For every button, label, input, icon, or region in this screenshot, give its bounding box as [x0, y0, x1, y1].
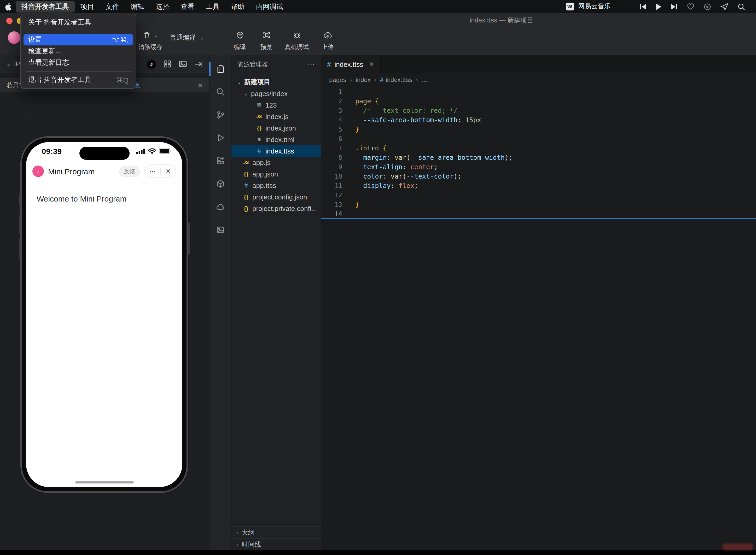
line-number[interactable]: 2 — [321, 97, 342, 106]
more-actions-icon[interactable]: ⋯ — [308, 60, 315, 68]
line-number[interactable]: 4 — [321, 115, 342, 125]
remote-debug-button[interactable]: 真机调试 — [278, 29, 315, 51]
menubar-item-工具[interactable]: 工具 — [200, 2, 225, 11]
app-menu-item[interactable]: 退出 抖音开发者工具⌘Q — [24, 74, 133, 86]
apple-menu-icon[interactable] — [0, 2, 16, 11]
explorer-item-123[interactable]: ≣123 — [232, 99, 321, 111]
code-line[interactable]: 11 display: flex; — [321, 181, 756, 190]
line-number[interactable]: 10 — [321, 172, 342, 181]
line-number[interactable]: 3 — [321, 106, 342, 115]
code-editor[interactable]: 12page {3 /* --text-color: red; */4 --sa… — [321, 87, 756, 219]
line-number[interactable]: 9 — [321, 162, 342, 172]
line-number[interactable]: 12 — [321, 190, 342, 200]
code-line[interactable]: 6 — [321, 134, 756, 143]
explorer-item-project.config.json[interactable]: {}project.config.json — [232, 191, 321, 203]
line-number[interactable]: 1 — [321, 87, 342, 97]
record-icon[interactable] — [699, 3, 716, 10]
breadcrumb-item[interactable]: pages — [329, 76, 346, 84]
search-icon[interactable] — [209, 80, 232, 103]
cloud-icon[interactable] — [209, 195, 232, 218]
explorer-header: 资源管理器 ⋯ — [232, 55, 321, 73]
upload-button[interactable]: 上传 — [315, 29, 341, 51]
app-menu-item[interactable]: 关于 抖音开发者工具 — [24, 17, 133, 28]
tab-index-ttss[interactable]: # index.ttss ✕ — [321, 55, 381, 73]
user-avatar[interactable] — [8, 31, 21, 44]
menubar-app-name[interactable]: 抖音开发者工具 — [16, 1, 75, 12]
code-line[interactable]: 2page { — [321, 97, 756, 106]
menubar-item-查看[interactable]: 查看 — [175, 2, 200, 11]
app-menu-item[interactable]: 检查更新... — [24, 45, 133, 57]
media-previous-icon[interactable] — [635, 3, 651, 10]
explorer-item-project.private.confi...[interactable]: {}project.private.confi... — [232, 203, 321, 214]
code-line[interactable]: 1 — [321, 87, 756, 97]
code-line[interactable]: 10 color: var(--text-color); — [321, 172, 756, 181]
code-line[interactable]: 8 margin: var(--safe-area-bottom-width); — [321, 153, 756, 162]
extensions-icon[interactable] — [209, 149, 232, 172]
send-icon[interactable] — [716, 3, 733, 10]
code-line[interactable]: 3 /* --text-color: red; */ — [321, 106, 756, 115]
line-number[interactable]: 14 — [321, 209, 342, 219]
arrow-right-icon[interactable] — [194, 60, 203, 68]
w-badge-icon[interactable]: W — [565, 3, 574, 10]
mini-program-logo-icon: ♪ — [32, 166, 44, 177]
code-line[interactable]: 9 text-align: center; — [321, 162, 756, 172]
code-line[interactable]: 14 — [321, 209, 756, 219]
heart-icon[interactable] — [682, 3, 699, 10]
explorer-icon[interactable] — [209, 57, 232, 80]
line-number[interactable]: 5 — [321, 125, 342, 134]
compile-mode-dropdown[interactable]: 普通编译 ⌄ — [170, 32, 204, 43]
menubar-item-内网调试[interactable]: 内网调试 — [250, 2, 289, 11]
timeline-section[interactable]: › 时间线 — [232, 538, 321, 550]
feedback-button[interactable]: 反馈 — [119, 166, 140, 177]
close-tab-icon[interactable]: ✕ — [369, 60, 374, 68]
now-playing-label[interactable]: 网易云音乐 — [578, 2, 611, 11]
close-window-button[interactable] — [6, 18, 12, 24]
search-icon[interactable] — [733, 3, 750, 10]
screenshot-icon[interactable] — [179, 60, 187, 68]
explorer-item-index.json[interactable]: {}index.json — [232, 122, 321, 134]
breadcrumb-item[interactable]: #index.ttss — [380, 76, 412, 84]
outline-section[interactable]: › 大纲 — [232, 526, 321, 538]
close-icon[interactable]: ✕ — [161, 166, 175, 177]
line-number[interactable]: 7 — [321, 143, 342, 153]
explorer-item-app.js[interactable]: JSapp.js — [232, 157, 321, 168]
line-number[interactable]: 11 — [321, 181, 342, 190]
code-line[interactable]: 13} — [321, 200, 756, 209]
media-play-icon[interactable] — [651, 3, 666, 10]
run-debug-icon[interactable] — [209, 126, 232, 149]
line-number[interactable]: 6 — [321, 134, 342, 143]
grid-icon[interactable] — [163, 60, 171, 68]
menubar-item-项目[interactable]: 项目 — [75, 2, 100, 11]
menubar-item-编辑[interactable]: 编辑 — [125, 2, 150, 11]
clear-cache-button[interactable]: ⌄ 清除缓存 — [135, 29, 166, 51]
explorer-item-index.ttml[interactable]: ≡index.ttml — [232, 134, 321, 145]
close-icon[interactable]: ✕ — [198, 82, 203, 89]
tiktok-logo-icon[interactable]: ♪ — [147, 59, 156, 69]
code-line[interactable]: 12 — [321, 190, 756, 200]
media-next-icon[interactable] — [666, 3, 682, 10]
menubar-item-文件[interactable]: 文件 — [100, 2, 125, 11]
explorer-item-pages/index[interactable]: ⌄pages/index — [232, 88, 321, 99]
media-icon[interactable] — [209, 218, 232, 241]
menubar-item-选择[interactable]: 选择 — [150, 2, 175, 11]
menubar-item-帮助[interactable]: 帮助 — [225, 2, 250, 11]
line-number[interactable]: 8 — [321, 153, 342, 162]
line-number[interactable]: 13 — [321, 200, 342, 209]
package-icon[interactable] — [209, 172, 232, 195]
app-menu-item[interactable]: 设置⌥⌘, — [24, 34, 133, 45]
source-control-icon[interactable] — [209, 103, 232, 126]
app-menu-item[interactable]: 查看更新日志 — [24, 57, 133, 69]
preview-button[interactable]: 预览 — [253, 29, 280, 51]
code-line[interactable]: 7.intro { — [321, 143, 756, 153]
explorer-item-app.ttss[interactable]: #app.ttss — [232, 180, 321, 191]
compile-button[interactable]: 编译 — [227, 29, 253, 51]
explorer-root[interactable]: ⌄ 新建项目 — [232, 76, 321, 88]
code-line[interactable]: 4 --safe-area-bottom-width: 15px — [321, 115, 756, 125]
explorer-item-index.js[interactable]: JSindex.js — [232, 111, 321, 122]
code-line[interactable]: 5} — [321, 125, 756, 134]
breadcrumb-item[interactable]: … — [422, 76, 428, 84]
explorer-item-app.json[interactable]: {}app.json — [232, 168, 321, 180]
breadcrumb-item[interactable]: index — [356, 76, 370, 84]
more-icon[interactable]: ⋯ — [145, 166, 160, 177]
explorer-item-index.ttss[interactable]: #index.ttss — [232, 145, 321, 157]
